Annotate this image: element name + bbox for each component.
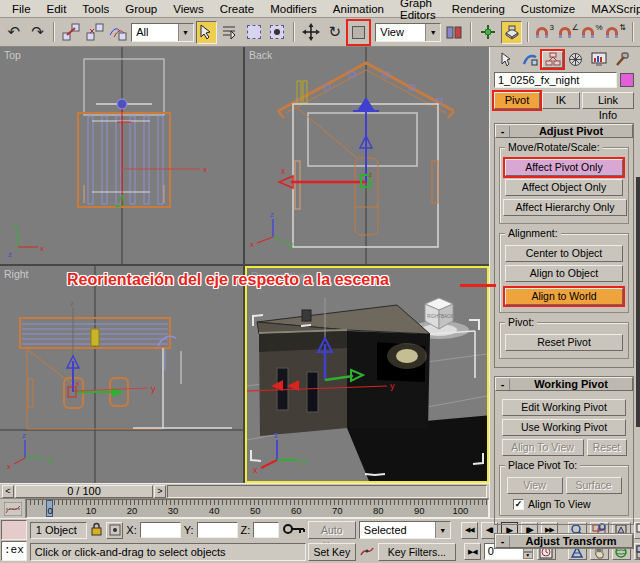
align-to-view-button[interactable]: Align To View [502,439,584,456]
viewport-perspective[interactable]: Perspective [245,266,489,483]
key-filters-button[interactable]: Key Filters... [378,543,456,561]
select-and-scale-icon[interactable] [348,21,370,44]
affect-object-only-button[interactable]: Affect Object Only [505,179,623,196]
place-pivot-surface-button[interactable]: Surface [566,477,622,494]
zoom-extents-all-icon[interactable] [634,522,640,539]
use-working-pivot-button[interactable]: Use Working Pivot [502,419,626,436]
command-panel-scrollbar[interactable] [636,177,640,427]
reference-coordinate-dropdown[interactable]: View ▼ [375,23,441,42]
time-slider-prev-button[interactable]: < [2,485,14,498]
viewport-top[interactable]: Top [0,47,243,264]
viewport-top-label[interactable]: Top [4,49,21,61]
tab-display[interactable] [588,51,609,68]
key-mode-dropdown[interactable]: Selected ▼ [359,521,451,539]
redo-icon[interactable]: ↷ [27,21,49,44]
menu-create[interactable]: Create [212,2,263,16]
goto-start-button[interactable]: ◀◀ [461,522,478,539]
set-key-button[interactable]: Set Key [308,543,356,561]
undo-icon[interactable]: ↶ [3,21,25,44]
tab-hierarchy[interactable] [542,51,563,68]
tab-motion[interactable] [565,51,586,68]
menu-views[interactable]: Views [165,2,211,16]
menu-maxscript[interactable]: MAXScript [583,2,640,16]
time-slider-thumb[interactable]: 0 / 100 [15,485,153,498]
menu-modifiers[interactable]: Modifiers [262,2,325,16]
select-by-name-icon[interactable] [219,21,241,44]
selection-lock-icon[interactable] [90,522,103,538]
svg-text:y: y [302,456,307,466]
align-to-world-button[interactable]: Align to World [505,288,623,305]
link-info-subtab[interactable]: Link Info [582,92,634,109]
z-coord-field[interactable] [253,522,278,538]
collapse-icon: - [496,536,510,547]
viewport-right[interactable]: Right [0,266,243,483]
prompt-line: Click or click-and-drag to select object… [30,543,306,561]
selection-filter-dropdown[interactable]: All ▼ [131,23,193,42]
affect-pivot-only-button[interactable]: Affect Pivot Only [505,159,623,176]
select-object-button[interactable] [196,21,218,44]
snaps-toggle-3d-icon[interactable]: 3 [534,21,556,44]
mini-curve-editor-icon[interactable] [0,499,26,518]
working-pivot-rollout-header[interactable]: - Working Pivot [495,377,633,391]
viewport-back[interactable]: Back [245,47,489,264]
bind-to-space-warp-icon[interactable] [108,21,130,44]
menu-bar: File Edit Tools Group Views Create Modif… [0,0,640,18]
spinner-snap-icon[interactable]: ⇅ [605,21,627,44]
x-coord-field[interactable] [140,522,181,538]
key-mode-toggle-button[interactable]: ▶◀ [464,543,481,560]
adjust-pivot-rollout-header[interactable]: - Adjust Pivot [495,124,633,138]
select-and-move-icon[interactable] [300,21,322,44]
adjust-transform-rollout: - Adjust Transform [494,533,634,549]
menu-group[interactable]: Group [117,2,165,16]
menu-tools[interactable]: Tools [74,2,117,16]
select-and-manipulate-icon[interactable] [477,21,499,44]
pivot-subtab[interactable]: Pivot [494,92,540,109]
window-crossing-icon[interactable] [267,21,289,44]
auto-key-button[interactable]: Auto Key [308,521,356,539]
ik-subtab[interactable]: IK [542,92,580,109]
set-key-hotkey-icon[interactable] [282,521,306,539]
keyboard-override-toggle-icon[interactable] [501,21,523,44]
rectangular-selection-region-icon[interactable] [243,21,265,44]
use-pivot-point-center-icon[interactable] [443,21,465,44]
time-slider-track[interactable] [167,485,487,498]
select-and-rotate-icon[interactable]: ↻ [324,21,346,44]
track-bar-ruler[interactable]: 0 10 20 30 40 50 60 70 80 90 100 [26,499,489,518]
menu-animation[interactable]: Animation [325,2,392,16]
set-key-filters-curve-icon[interactable] [359,544,375,560]
menu-file[interactable]: File [4,2,39,16]
viewport-back-label[interactable]: Back [249,49,272,61]
time-slider-next-button[interactable]: > [154,485,166,498]
svg-text:x: x [7,462,11,471]
absolute-mode-toggle-icon[interactable] [106,522,124,539]
affect-hierarchy-only-button[interactable]: Affect Hierarchy Only [503,199,627,216]
menu-rendering[interactable]: Rendering [444,2,513,16]
percent-snap-icon[interactable]: % [582,21,604,44]
align-to-object-button[interactable]: Align to Object [505,265,623,282]
angle-snap-icon[interactable]: ∠ [558,21,580,44]
adjust-transform-rollout-header[interactable]: - Adjust Transform [495,534,633,548]
reset-pivot-button[interactable]: Reset Pivot [505,334,623,351]
select-and-link-icon[interactable] [60,21,82,44]
listener-script-row[interactable]: :ex [1,541,27,561]
tab-modify[interactable] [519,51,540,68]
annotation-text: Reorientación del eje respecto a la esce… [67,271,389,289]
align-to-view-checkbox[interactable]: ✓ [513,499,524,510]
unlink-selection-icon[interactable] [84,21,106,44]
working-pivot-title: Working Pivot [510,378,632,390]
listener-macro-row[interactable] [1,520,27,540]
place-pivot-view-button[interactable]: View [507,477,563,494]
object-color-swatch[interactable] [620,73,634,87]
viewport-right-label[interactable]: Right [4,268,29,280]
menu-graph-editors[interactable]: Graph Editors [392,0,444,22]
working-pivot-reset-button[interactable]: Reset [587,439,627,456]
y-coord-field[interactable] [197,522,238,538]
center-to-object-button[interactable]: Center to Object [505,245,623,262]
tab-create[interactable] [496,51,517,68]
tab-utilities[interactable] [611,51,632,68]
menu-edit[interactable]: Edit [39,2,75,16]
min-max-toggle-icon[interactable] [634,543,640,560]
menu-customize[interactable]: Customize [513,2,583,16]
object-name-field[interactable]: 1_0256_fx_night [494,72,617,88]
edit-working-pivot-button[interactable]: Edit Working Pivot [502,399,626,416]
